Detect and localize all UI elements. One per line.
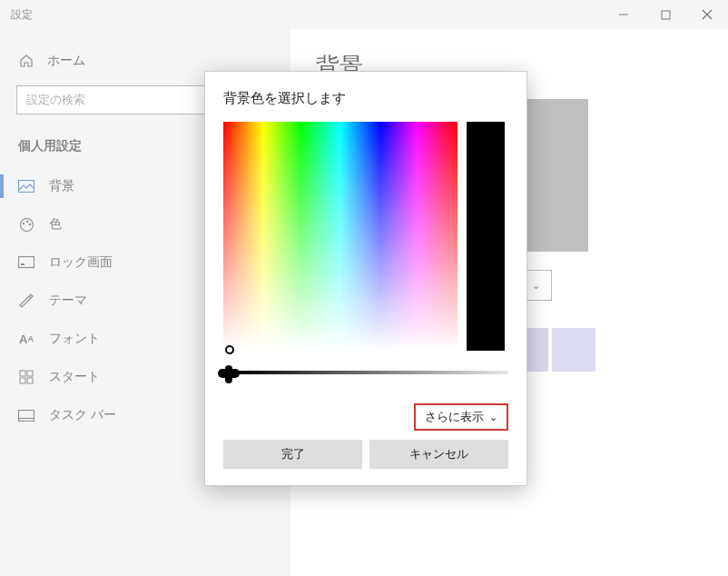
color-value-strip[interactable] — [467, 122, 505, 351]
color-picker-dialog: 背景色を選択します さらに表示 ⌄ 完了 キャンセル — [204, 71, 527, 486]
color-gradient-area[interactable] — [223, 122, 457, 351]
cancel-button[interactable]: キャンセル — [369, 440, 508, 469]
slider-thumb[interactable] — [225, 365, 232, 383]
show-more-button[interactable]: さらに表示 ⌄ — [414, 403, 508, 431]
ok-button[interactable]: 完了 — [223, 440, 362, 469]
value-slider[interactable] — [223, 367, 508, 378]
chevron-down-icon: ⌄ — [489, 412, 497, 423]
dialog-title: 背景色を選択します — [223, 90, 508, 107]
gradient-cursor[interactable] — [225, 345, 234, 354]
slider-track — [229, 371, 508, 374]
show-more-label: さらに表示 — [425, 409, 484, 425]
